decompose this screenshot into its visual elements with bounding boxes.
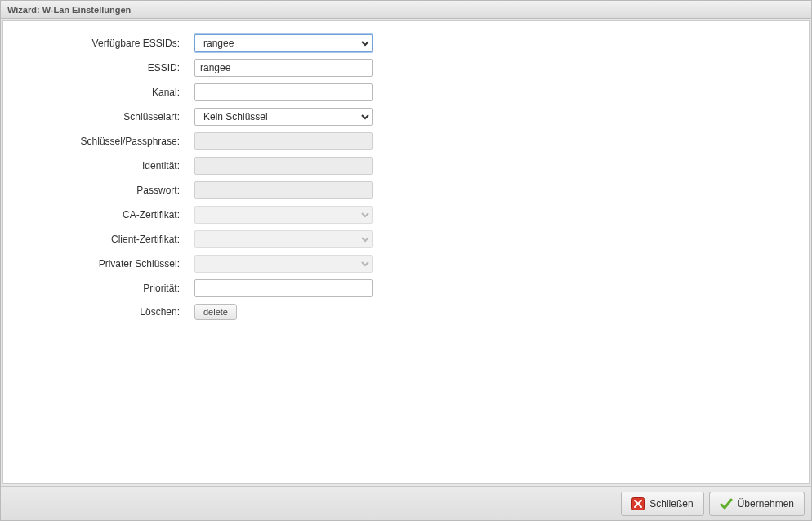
close-button-label: Schließen xyxy=(649,498,693,510)
private-key-select xyxy=(194,255,373,273)
available-essids-select[interactable]: rangee xyxy=(194,34,373,52)
settings-form: Verfügbare ESSIDs: rangee ESSID: Kanal: xyxy=(11,34,801,320)
titlebar: Wizard: W-Lan Einstellungen xyxy=(1,1,811,19)
essid-input[interactable] xyxy=(194,59,373,77)
label-ca-cert: CA-Zertifikat: xyxy=(11,209,194,220)
client-cert-select xyxy=(194,230,373,248)
footer-bar: Schließen Übernehmen xyxy=(1,486,811,520)
check-icon xyxy=(720,497,733,510)
priority-input[interactable] xyxy=(194,279,373,297)
apply-button[interactable]: Übernehmen xyxy=(709,492,805,516)
label-priority: Priorität: xyxy=(11,283,194,294)
window-title: Wizard: W-Lan Einstellungen xyxy=(7,5,131,15)
identity-input xyxy=(194,157,373,175)
label-essid: ESSID: xyxy=(11,62,194,73)
label-identity: Identität: xyxy=(11,160,194,171)
row-password: Passwort: xyxy=(11,181,801,199)
close-button[interactable]: Schließen xyxy=(621,492,703,516)
ca-cert-select xyxy=(194,206,373,224)
label-key-type: Schlüsselart: xyxy=(11,111,194,122)
label-private-key: Privater Schlüssel: xyxy=(11,258,194,269)
label-passphrase: Schlüssel/Passphrase: xyxy=(11,136,194,147)
label-client-cert: Client-Zertifikat: xyxy=(11,234,194,245)
row-identity: Identität: xyxy=(11,157,801,175)
row-passphrase: Schlüssel/Passphrase: xyxy=(11,132,801,150)
content-area: Verfügbare ESSIDs: rangee ESSID: Kanal: xyxy=(2,20,810,484)
password-input xyxy=(194,181,373,199)
row-key-type: Schlüsselart: Kein Schlüssel xyxy=(11,108,801,126)
row-client-cert: Client-Zertifikat: xyxy=(11,230,801,248)
key-type-select[interactable]: Kein Schlüssel xyxy=(194,108,373,126)
label-channel: Kanal: xyxy=(11,87,194,98)
row-priority: Priorität: xyxy=(11,279,801,297)
row-available-essids: Verfügbare ESSIDs: rangee xyxy=(11,34,801,52)
row-ca-cert: CA-Zertifikat: xyxy=(11,206,801,224)
apply-button-label: Übernehmen xyxy=(738,498,794,510)
row-delete: Löschen: delete xyxy=(11,304,801,320)
delete-button[interactable]: delete xyxy=(194,304,237,320)
row-private-key: Privater Schlüssel: xyxy=(11,255,801,273)
wizard-window: Wizard: W-Lan Einstellungen Verfügbare E… xyxy=(0,0,812,521)
close-icon xyxy=(631,497,645,510)
label-delete: Löschen: xyxy=(11,306,194,318)
label-password: Passwort: xyxy=(11,185,194,196)
channel-input[interactable] xyxy=(194,83,373,101)
row-channel: Kanal: xyxy=(11,83,801,101)
row-essid: ESSID: xyxy=(11,59,801,77)
label-available-essids: Verfügbare ESSIDs: xyxy=(11,38,194,49)
passphrase-input xyxy=(194,132,373,150)
